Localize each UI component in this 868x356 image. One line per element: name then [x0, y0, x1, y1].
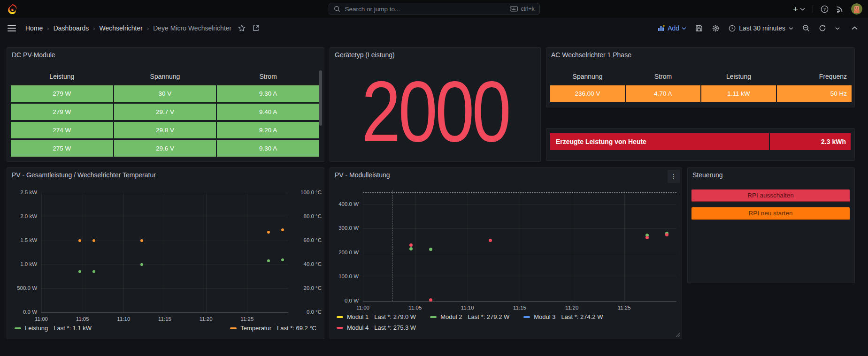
mega-menu-button[interactable] — [8, 25, 16, 31]
data-point — [489, 239, 492, 242]
chart-legend-row: Modul 1 Last *: 279.0 W Modul 2 Last *: … — [337, 313, 603, 320]
legend-item-leistung[interactable]: Leistung Last *: 1.1 kW — [15, 325, 92, 332]
stat-bar-value: 2.3 kWh — [770, 133, 851, 150]
new-menu-button[interactable]: + — [793, 5, 805, 14]
y-axis-tick-label: 0.0 W — [7, 309, 37, 315]
grafana-dashboard-page: ctrl+k + ? — [0, 0, 868, 356]
table-cell: 279 W — [11, 104, 113, 120]
table-row: 236.00 V 4.70 A 1.11 kW 50 Hz — [550, 85, 852, 102]
y-axis-right-tick-label: 60.0 °C — [292, 237, 322, 243]
column-header[interactable]: Frequenz — [777, 73, 852, 80]
legend-item-modul3[interactable]: Modul 3 Last *: 274.2 W — [523, 313, 603, 320]
column-header[interactable]: Spannung — [550, 73, 625, 80]
y-axis-tick-label: 500.0 W — [7, 285, 37, 291]
table-cell: 30 V — [114, 85, 216, 102]
clock-icon — [729, 25, 736, 32]
table-cell: 4.70 A — [626, 85, 700, 102]
star-icon[interactable] — [238, 24, 246, 32]
data-point — [140, 239, 143, 242]
panel-title[interactable]: DC PV-Module — [12, 51, 55, 59]
panel-geraetetyp: Gerätetyp (Leistung) 2000 — [330, 47, 541, 162]
table-cell: 9.30 A — [217, 85, 319, 102]
column-header[interactable]: Leistung — [11, 73, 113, 80]
panel-menu-button[interactable]: ⋮ — [668, 170, 680, 183]
breadcrumb-folder[interactable]: Wechselrichter — [100, 24, 143, 32]
column-header[interactable]: Strom — [626, 73, 700, 80]
legend-item-modul1[interactable]: Modul 1 Last *: 279.0 W — [337, 313, 416, 320]
dashboard-settings-button[interactable] — [712, 24, 720, 32]
table-cell: 274 W — [11, 122, 113, 138]
refresh-button[interactable] — [819, 24, 826, 32]
y-axis-tick-label: 200.0 W — [330, 250, 359, 255]
table-body: 236.00 V 4.70 A 1.11 kW 50 Hz — [550, 85, 852, 102]
gridline-horizontal — [363, 301, 676, 302]
rpi-ausschalten-button[interactable]: RPI ausschalten — [691, 189, 850, 202]
table-row: 279 W 30 V 9.30 A — [11, 85, 319, 102]
panel-title[interactable]: Steuerung — [692, 171, 723, 179]
save-dashboard-button[interactable] — [695, 24, 703, 32]
y-axis-tick-label: 2.5 kW — [7, 189, 37, 195]
table-row: 274 W 29.8 V 9.20 A — [11, 122, 319, 138]
panel-title[interactable]: AC Wechselrichter 1 Phase — [551, 51, 631, 59]
rss-icon — [836, 5, 844, 13]
zoom-out-time-button[interactable] — [802, 24, 810, 32]
y-axis-tick-label: 1.5 kW — [7, 237, 37, 243]
table-cell: 9.30 A — [217, 140, 319, 157]
y-axis-right-tick-label: 100.0 °C — [292, 189, 322, 195]
stat-value: 2000 — [361, 69, 509, 155]
data-point — [140, 263, 143, 266]
column-header[interactable]: Leistung — [701, 73, 776, 80]
y-axis-right-tick-label: 80.0 °C — [292, 213, 322, 219]
time-range-picker[interactable]: Last 30 minutes — [729, 24, 793, 32]
legend-series-name: Leistung — [25, 325, 48, 332]
panel-title[interactable]: PV - Gesamtleistung / Wechselrichter Tem… — [12, 171, 156, 179]
legend-color-swatch — [337, 316, 343, 318]
search-input[interactable] — [344, 5, 507, 13]
add-panel-icon — [658, 25, 665, 31]
time-series-plot[interactable] — [41, 193, 288, 312]
dashboard-actions — [238, 24, 260, 32]
panel-title[interactable]: Gerätetyp (Leistung) — [335, 51, 395, 59]
table-scrollbar[interactable] — [319, 70, 322, 126]
rpi-neu-starten-button[interactable]: RPI neu starten — [691, 207, 850, 220]
y-axis-tick-label: 400.0 W — [330, 201, 359, 207]
breadcrumb-dashboards[interactable]: Dashboards — [54, 24, 89, 32]
column-header[interactable]: Spannung — [114, 73, 216, 80]
legend-series-name: Temperatur — [240, 325, 271, 332]
table-cell: 1.11 kW — [701, 85, 776, 102]
chevron-down-icon — [835, 27, 840, 30]
add-label: Add — [668, 24, 679, 32]
refresh-interval-dropdown[interactable] — [835, 27, 840, 30]
grafana-logo[interactable] — [7, 3, 19, 15]
table-header-row: Leistung Spannung Strom — [11, 69, 319, 83]
legend-series-name: Modul 3 — [534, 313, 555, 320]
chart-legend-row: Modul 4 Last *: 275.3 W — [337, 324, 416, 331]
zoom-out-icon — [802, 24, 810, 32]
add-panel-button[interactable]: Add — [658, 24, 686, 32]
breadcrumb-separator: › — [147, 25, 149, 32]
x-axis-tick-label: 11:15 — [154, 316, 175, 322]
table-cell: 9.20 A — [217, 122, 319, 138]
news-button[interactable] — [836, 5, 844, 13]
legend-last-value: Last *: 279.2 W — [468, 313, 509, 320]
share-icon[interactable] — [252, 24, 260, 32]
refresh-icon — [819, 24, 826, 32]
dashed-threshold-line — [363, 192, 676, 193]
chevron-up-icon — [852, 26, 858, 30]
column-header[interactable]: Strom — [217, 73, 319, 80]
y-axis-tick-label: 100.0 W — [330, 273, 359, 279]
panel-resize-handle[interactable] — [676, 333, 680, 337]
collapse-toolbar-button[interactable] — [852, 26, 858, 30]
help-button[interactable]: ? — [821, 5, 829, 13]
y-axis-right-tick-label: 40.0 °C — [292, 261, 322, 267]
user-avatar[interactable] — [851, 3, 862, 15]
x-axis-tick-label: 11:20 — [196, 316, 216, 322]
keyboard-icon — [510, 6, 518, 12]
x-axis-tick-label: 11:10 — [113, 316, 134, 322]
legend-item-modul2[interactable]: Modul 2 Last *: 279.2 W — [430, 313, 509, 320]
legend-item-temperatur[interactable]: Temperatur Last *: 69.2 °C — [230, 325, 316, 332]
legend-item-modul4[interactable]: Modul 4 Last *: 275.3 W — [337, 324, 416, 331]
breadcrumb-home[interactable]: Home — [25, 24, 43, 32]
panel-title[interactable]: PV - Modulleistung — [335, 171, 390, 179]
chevron-down-icon — [682, 27, 686, 30]
